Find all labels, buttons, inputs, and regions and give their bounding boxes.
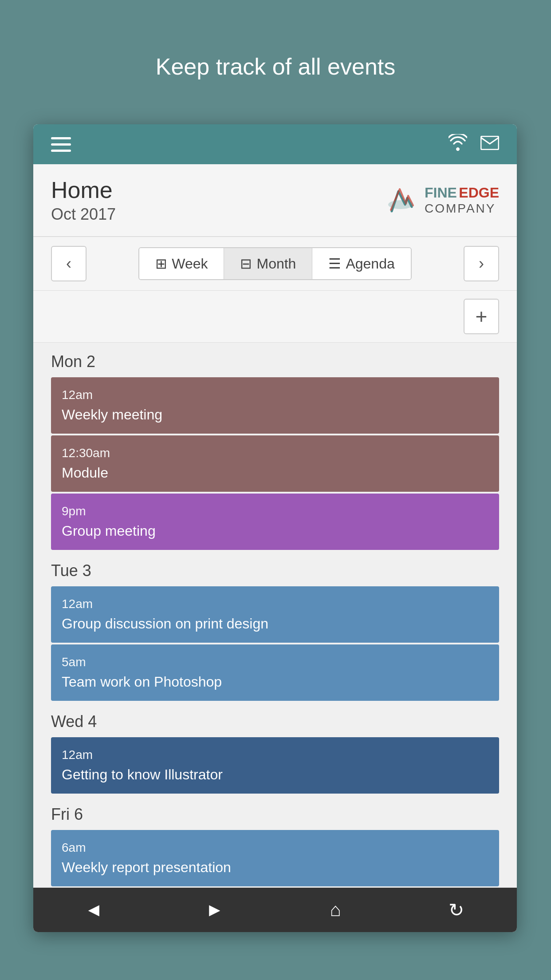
day-group-tue3: Tue 3 12am Group discussion on print des…	[33, 552, 517, 701]
event-title: Weekly meeting	[62, 404, 488, 425]
company-sub: COMPANY	[425, 201, 499, 216]
event-item[interactable]: 12am Weekly meeting	[51, 377, 499, 434]
add-event-button[interactable]: +	[464, 299, 499, 334]
day-group-mon2: Mon 2 12am Weekly meeting 12:30am Module…	[33, 343, 517, 550]
event-title: Getting to know Illustrator	[62, 764, 488, 785]
phone-frame: Home Oct 2017 FINE EDGE COMPANY ‹	[33, 124, 517, 932]
svg-point-1	[388, 200, 413, 209]
day-group-wed4: Wed 4 12am Getting to know Illustrator	[33, 703, 517, 794]
event-time: 12:30am	[62, 444, 488, 462]
svg-rect-0	[481, 136, 499, 150]
prev-button[interactable]: ‹	[51, 246, 87, 281]
mail-icon	[480, 135, 499, 154]
home-button[interactable]: ⌂	[318, 892, 353, 928]
agenda-label: Agenda	[346, 256, 394, 272]
event-time: 12am	[62, 386, 488, 404]
wifi-icon	[449, 134, 467, 155]
company-fine: FINE	[425, 185, 457, 201]
event-time: 12am	[62, 595, 488, 613]
event-title: Weekly report presentation	[62, 857, 488, 877]
bottom-nav: ◄ ► ⌂ ↻	[33, 888, 517, 932]
event-item[interactable]: 12:30am Module	[51, 435, 499, 492]
event-item[interactable]: 5am Team work on Photoshop	[51, 644, 499, 701]
app-header: Home Oct 2017 FINE EDGE COMPANY	[33, 164, 517, 237]
agenda-icon: ☰	[328, 255, 341, 272]
day-label-fri6: Fri 6	[33, 795, 517, 830]
tab-month[interactable]: ⊟ Month	[224, 248, 312, 279]
event-time: 5am	[62, 653, 488, 672]
add-btn-row: +	[33, 291, 517, 343]
week-icon: ⊞	[155, 255, 167, 272]
day-label-mon2: Mon 2	[33, 343, 517, 377]
event-title: Group meeting	[62, 521, 488, 541]
event-time: 12am	[62, 746, 488, 764]
event-time: 6am	[62, 839, 488, 857]
calendar-nav: ‹ ⊞ Week ⊟ Month ☰ Agenda ›	[33, 237, 517, 291]
event-title: Group discussion on print design	[62, 613, 488, 634]
forward-button[interactable]: ►	[197, 892, 232, 928]
company-name-text: FINE EDGE COMPANY	[425, 184, 499, 216]
month-label: Month	[256, 256, 296, 272]
header-date: Oct 2017	[51, 205, 116, 224]
day-label-wed4: Wed 4	[33, 703, 517, 737]
logo-svg	[383, 182, 418, 218]
menu-icon[interactable]	[51, 137, 71, 152]
event-time: 9pm	[62, 502, 488, 521]
event-item[interactable]: 9pm Group meeting	[51, 494, 499, 550]
header-title-area: Home Oct 2017	[51, 177, 116, 224]
tab-agenda[interactable]: ☰ Agenda	[312, 248, 410, 279]
view-tabs: ⊞ Week ⊟ Month ☰ Agenda	[138, 247, 411, 280]
company-edge: EDGE	[459, 185, 499, 201]
event-title: Module	[62, 462, 488, 483]
back-button[interactable]: ◄	[76, 892, 111, 928]
event-item[interactable]: 12am Group discussion on print design	[51, 586, 499, 643]
day-label-tue3: Tue 3	[33, 552, 517, 586]
event-item[interactable]: 12am Getting to know Illustrator	[51, 737, 499, 794]
status-bar	[33, 124, 517, 164]
month-icon: ⊟	[240, 255, 252, 272]
status-icons	[449, 134, 499, 155]
header-title: Home	[51, 177, 116, 203]
event-title: Team work on Photoshop	[62, 672, 488, 692]
company-logo: FINE EDGE COMPANY	[383, 182, 499, 218]
tab-week[interactable]: ⊞ Week	[139, 248, 224, 279]
page-subtitle: Keep track of all events	[0, 53, 551, 80]
events-list: Mon 2 12am Weekly meeting 12:30am Module…	[33, 343, 517, 909]
week-label: Week	[172, 256, 208, 272]
refresh-button[interactable]: ↻	[439, 892, 474, 928]
next-button[interactable]: ›	[464, 246, 499, 281]
event-item[interactable]: 6am Weekly report presentation	[51, 830, 499, 886]
